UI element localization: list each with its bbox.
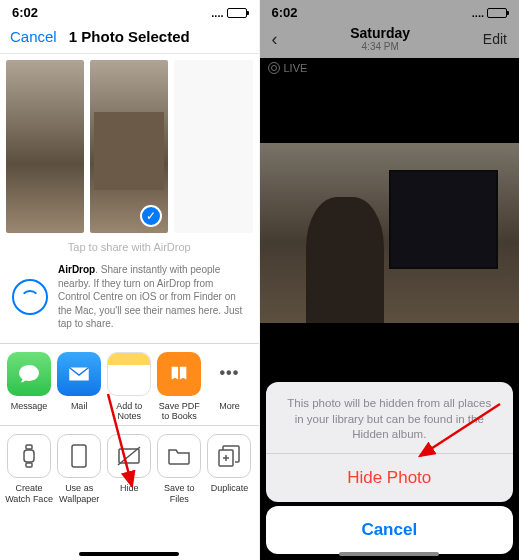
hide-action[interactable]: Hide [104,434,154,504]
action-sheet: This photo will be hidden from all place… [266,382,514,502]
svg-rect-1 [26,445,32,449]
action-label: Use as Wallpaper [59,483,99,503]
airdrop-row[interactable]: AirDrop. Share instantly with people nea… [0,259,259,344]
photo-thumbnails [0,54,259,239]
airdrop-hint: Tap to share with AirDrop [0,239,259,259]
wallpaper-icon [57,434,101,478]
action-label: Save PDF to Books [159,401,200,421]
message-icon [7,352,51,396]
action-label: Mail [71,401,88,411]
airdrop-icon [12,279,48,315]
battery-icon [227,8,247,18]
share-books[interactable]: Save PDF to Books [154,352,204,422]
home-indicator[interactable] [79,552,179,556]
cancel-button[interactable]: Cancel [266,506,514,554]
duplicate-action[interactable]: Duplicate [204,434,254,504]
action-label: More [219,401,240,411]
app-actions-row: Message Mail Add to Notes Save PDF to Bo… [0,344,259,427]
folder-icon [157,434,201,478]
create-watch-face[interactable]: Create Watch Face [4,434,54,504]
action-label: Add to Notes [116,401,142,421]
status-time: 6:02 [12,5,38,20]
use-as-wallpaper[interactable]: Use as Wallpaper [54,434,104,504]
nav-bar: Cancel 1 Photo Selected [0,22,259,54]
share-notes[interactable]: Add to Notes [104,352,154,422]
cancel-button[interactable]: Cancel [10,28,57,45]
signal-dots: .... [211,7,223,19]
mail-icon [57,352,101,396]
action-label: Save to Files [164,483,195,503]
action-label: Create Watch Face [5,483,53,503]
notes-icon [107,352,151,396]
svg-rect-3 [72,445,86,467]
airdrop-description: AirDrop. Share instantly with people nea… [58,263,247,331]
hide-icon [107,434,151,478]
share-mail[interactable]: Mail [54,352,104,422]
duplicate-icon [207,434,251,478]
system-actions-row: Create Watch Face Use as Wallpaper Hide … [0,426,259,512]
books-icon [157,352,201,396]
action-label: Message [11,401,48,411]
status-bar: 6:02 .... [0,0,259,22]
sheet-message: This photo will be hidden from all place… [266,382,514,453]
share-sheet-screen: 6:02 .... Cancel 1 Photo Selected Tap to… [0,0,260,560]
action-label: Hide [120,483,139,493]
thumbnail-selected[interactable] [90,60,168,233]
share-message[interactable]: Message [4,352,54,422]
share-more[interactable]: ••• More [204,352,254,422]
more-icon: ••• [207,352,251,396]
svg-rect-0 [24,450,34,462]
thumbnail[interactable] [174,60,252,233]
svg-rect-2 [26,463,32,467]
thumbnail[interactable] [6,60,84,233]
action-label: Duplicate [211,483,249,493]
save-to-files[interactable]: Save to Files [154,434,204,504]
hide-photo-screen: 6:02 .... ‹ Saturday 4:34 PM Edit LIVE T… [260,0,520,560]
hide-photo-button[interactable]: Hide Photo [266,453,514,502]
home-indicator[interactable] [339,552,439,556]
watch-icon [7,434,51,478]
